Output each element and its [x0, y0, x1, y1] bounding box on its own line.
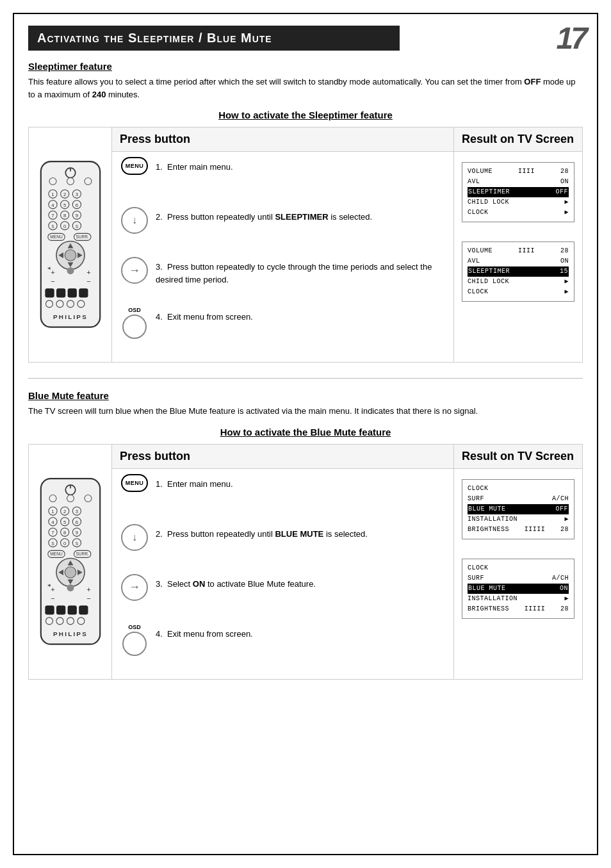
sleeptimer-result-header: Result on TV Screen [454, 127, 582, 152]
blue-mute-press-header: Press button [112, 445, 453, 469]
sleeptimer-title: Sleeptimer feature [28, 61, 583, 72]
tv-row: SURFA/CH [468, 494, 569, 504]
svg-point-90 [65, 566, 76, 578]
svg-point-98 [67, 584, 74, 591]
step-3: → 3. Press button repeatedly to cycle th… [120, 257, 446, 295]
tv-row: INSTALLATION▶ [468, 594, 569, 604]
remote-svg-2: 1 2 3 4 5 6 7 8 9 [35, 477, 106, 646]
svg-text:2: 2 [63, 509, 66, 514]
tv-screen-2: VOLUMEIIII28 AVLON SLEEPTIMER15 CHILD LO… [462, 242, 574, 302]
blue-mute-screens: CLOCK SURFA/CH BLUE MUTEOFF INSTALLATION… [454, 469, 582, 624]
step-4-text: 4. Exit menu from screen. [156, 307, 446, 323]
svg-point-35 [65, 250, 76, 261]
tv-row: AVLON [468, 256, 569, 266]
svg-text:4: 4 [51, 519, 54, 525]
svg-text:MENU: MENU [50, 234, 63, 239]
step-1-text: 1. Enter main menu. [156, 157, 446, 174]
blue-mute-remote-col: 1 2 3 4 5 6 7 8 9 [29, 445, 112, 679]
bm-down-arrow-button-icon: ↓ [121, 524, 148, 551]
svg-text:6: 6 [75, 202, 77, 208]
svg-text:S: S [75, 541, 78, 545]
sleeptimer-steps: MENU 1. Enter main menu. ↓ 2. Press butt… [112, 152, 453, 362]
svg-text:7: 7 [51, 530, 54, 536]
down-arrow-button-icon: ↓ [121, 207, 148, 234]
remote-svg-1: 1 2 3 4 5 6 7 8 9 [35, 160, 106, 329]
sleeptimer-press-header: Press button [112, 127, 453, 152]
svg-text:◄: ◄ [46, 582, 51, 587]
bm-menu-button-icon: MENU [121, 474, 148, 492]
svg-text:+: + [86, 585, 90, 593]
svg-text:−: − [51, 277, 54, 285]
svg-text:4: 4 [51, 202, 54, 208]
svg-text:−: − [51, 594, 54, 602]
tv-screen-1: VOLUMEIIII28 AVLON SLEEPTIMEROFF CHILD L… [462, 162, 574, 222]
tv-row: CHILD LOCK▶ [468, 277, 569, 287]
blue-mute-press-col: Press button MENU 1. Enter main menu. [112, 445, 454, 679]
step-3-icon: → [120, 257, 149, 284]
bm-step-3-icon: → [120, 574, 149, 601]
blue-mute-desc: The TV screen will turn blue when the Bl… [28, 405, 583, 418]
step-2: ↓ 2. Press button repeatedly until SLEEP… [120, 207, 446, 245]
svg-text:S: S [75, 224, 78, 229]
svg-text:−: − [86, 277, 90, 285]
svg-text:8: 8 [63, 213, 66, 218]
bm-step-4: OSD 4. Exit menu from screen. [120, 624, 446, 662]
svg-text:SURR.: SURR. [76, 552, 89, 556]
svg-rect-101 [45, 605, 54, 614]
tv-row: SURFA/CH [468, 573, 569, 584]
svg-rect-49 [79, 288, 88, 297]
svg-rect-102 [56, 605, 65, 614]
tv-row-highlighted: SLEEPTIMER15 [468, 266, 569, 277]
svg-text:2: 2 [63, 192, 66, 197]
tv-row-highlighted: BLUE MUTEOFF [468, 504, 569, 514]
blue-mute-how-to-title: How to activate the Blue Mute feature [28, 427, 583, 438]
sleeptimer-screens: VOLUMEIIII28 AVLON SLEEPTIMEROFF CHILD L… [454, 152, 582, 307]
tv-row-highlighted: SLEEPTIMEROFF [468, 187, 569, 197]
osd-button-icon: OSD [122, 307, 147, 339]
svg-text:◄: ◄ [46, 265, 51, 271]
bm-tv-screen-1: CLOCK SURFA/CH BLUE MUTEOFF INSTALLATION… [462, 479, 574, 539]
bm-step-1-icon: MENU [120, 474, 149, 492]
bm-step-4-text: 4. Exit menu from screen. [156, 624, 446, 641]
step-2-text: 2. Press button repeatedly until SLEEPTI… [156, 207, 446, 224]
sleeptimer-instruction-area: 1 2 3 4 5 6 7 8 9 [28, 127, 583, 363]
svg-text:PHILIPS: PHILIPS [53, 630, 88, 637]
blue-mute-steps: MENU 1. Enter main menu. ↓ 2. Press butt… [112, 469, 453, 679]
tv-row: CLOCK▶ [468, 287, 569, 297]
svg-text:9: 9 [75, 530, 77, 536]
svg-rect-104 [79, 605, 88, 614]
blue-mute-instruction-area: 1 2 3 4 5 6 7 8 9 [28, 444, 583, 680]
step-1-icon: MENU [120, 157, 149, 175]
svg-text:−: − [86, 594, 90, 602]
right-arrow-button-icon: → [121, 257, 148, 284]
svg-text:SURR.: SURR. [76, 234, 89, 239]
section-divider [28, 378, 583, 379]
sleeptimer-how-to-title: How to activate the Sleeptimer feature [28, 110, 583, 120]
bm-step-1-text: 1. Enter main menu. [156, 474, 446, 491]
tv-row: CLOCK [468, 484, 569, 494]
svg-text:S: S [51, 541, 54, 545]
bm-step-2: ↓ 2. Press button repeatedly until BLUE … [120, 524, 446, 562]
svg-rect-47 [56, 288, 65, 297]
svg-text:S: S [51, 224, 54, 229]
osd-circle [122, 315, 147, 339]
main-title: Activating the Sleeptimer / Blue Mute [28, 26, 400, 51]
bm-step-2-text: 2. Press button repeatedly until BLUE MU… [156, 524, 446, 541]
svg-text:1: 1 [51, 509, 54, 514]
svg-text:0: 0 [63, 540, 66, 546]
svg-text:PHILIPS: PHILIPS [53, 313, 88, 320]
tv-row: CHILD LOCK▶ [468, 197, 569, 208]
menu-button-icon: MENU [121, 157, 148, 175]
svg-text:8: 8 [63, 530, 66, 536]
bm-osd-button-icon: OSD [122, 624, 147, 656]
blue-mute-section: Blue Mute feature The TV screen will tur… [28, 390, 583, 680]
tv-row: VOLUMEIIII28 [468, 167, 569, 177]
tv-row: BRIGHTNESSIIIII28 [468, 525, 569, 535]
tv-row: BRIGHTNESSIIIII28 [468, 604, 569, 614]
bm-step-3-text: 3. Select ON to activate Blue Mute featu… [156, 574, 446, 591]
bm-tv-screen-2: CLOCK SURFA/CH BLUE MUTEON INSTALLATION▶ [462, 559, 574, 619]
tv-row: AVLON [468, 177, 569, 187]
tv-row: CLOCK▶ [468, 208, 569, 218]
svg-rect-46 [45, 288, 54, 297]
step-3-text: 3. Press button repeatedly to cycle thro… [156, 257, 446, 286]
